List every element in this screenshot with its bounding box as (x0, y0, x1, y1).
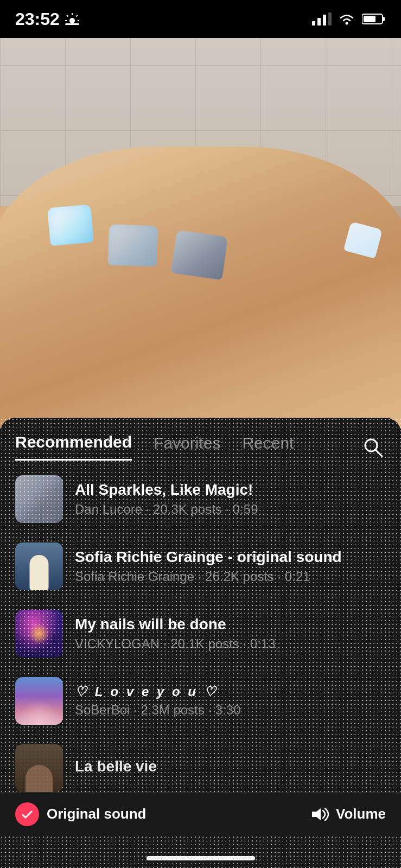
signal-icon (312, 12, 332, 25)
hand-shape (0, 146, 401, 429)
nail-blue (343, 221, 383, 259)
sound-thumbnail-4 (15, 677, 63, 725)
svg-rect-15 (364, 16, 375, 22)
svg-point-12 (346, 22, 348, 25)
svg-rect-7 (65, 23, 79, 25)
original-sound-label: Original sound (47, 806, 146, 822)
love-clouds (15, 677, 63, 725)
battery-icon (362, 13, 386, 25)
nail-white (47, 205, 94, 246)
sound-list: All Sparkles, Like Magic! Dan Lucore · 2… (0, 461, 401, 806)
bottom-sheet: Recommended Favorites Recent All Sparkle… (0, 418, 401, 868)
home-indicator (147, 856, 255, 860)
svg-rect-9 (317, 18, 321, 25)
svg-line-5 (67, 15, 68, 17)
wifi-icon (338, 12, 355, 25)
hero-image (0, 0, 401, 429)
status-bar: 23:52 (0, 0, 401, 38)
volume-label: Volume (336, 806, 386, 822)
svg-rect-11 (328, 12, 332, 25)
nail-glitter (171, 230, 228, 280)
volume-icon (311, 806, 330, 822)
svg-line-6 (76, 15, 78, 17)
sunrise-icon (65, 13, 79, 25)
sound-thumbnail-5 (15, 744, 63, 792)
sound-thumbnail-2 (15, 542, 63, 590)
status-time: 23:52 (15, 9, 79, 29)
sound-item[interactable]: All Sparkles, Like Magic! Dan Lucore · 2… (0, 465, 401, 533)
status-indicators (312, 12, 386, 25)
checkmark-icon (21, 808, 34, 821)
svg-marker-18 (312, 808, 321, 820)
svg-rect-8 (312, 21, 315, 25)
sound-info-5: La belle vie (75, 758, 386, 778)
nail-silver (108, 224, 158, 266)
volume-button[interactable]: Volume (311, 806, 386, 822)
sound-thumbnail-1 (15, 475, 63, 523)
time-display: 23:52 (15, 9, 60, 29)
svg-rect-10 (323, 15, 326, 25)
svg-point-0 (69, 18, 75, 23)
bottom-bar: Original sound Volume (0, 792, 401, 835)
check-circle (15, 802, 39, 826)
sound-title-5: La belle vie (75, 758, 386, 775)
svg-rect-14 (383, 17, 385, 21)
original-sound-button[interactable]: Original sound (15, 802, 146, 826)
